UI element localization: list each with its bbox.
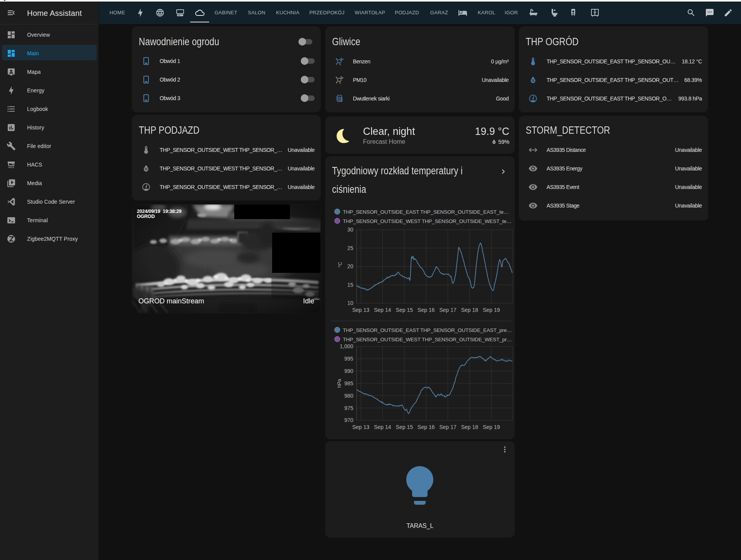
svg-text:°C: °C	[337, 262, 343, 268]
svg-text:20: 20	[347, 263, 353, 269]
svg-text:Sep 14: Sep 14	[374, 424, 392, 430]
svg-text:Sep 16: Sep 16	[417, 307, 435, 313]
svg-text:25: 25	[347, 245, 353, 251]
svg-text:Sep 16: Sep 16	[417, 424, 435, 430]
svg-text:Sep 13: Sep 13	[352, 307, 370, 313]
svg-text:Sep 14: Sep 14	[374, 307, 392, 313]
svg-text:Sep 18: Sep 18	[461, 307, 479, 313]
svg-text:Sep 15: Sep 15	[396, 307, 413, 313]
svg-text:975: 975	[344, 405, 354, 411]
svg-text:Sep 17: Sep 17	[439, 424, 457, 430]
svg-text:Sep 19: Sep 19	[483, 424, 500, 430]
svg-text:10: 10	[347, 300, 353, 306]
svg-text:Sep 19: Sep 19	[483, 307, 500, 313]
svg-text:1,000: 1,000	[340, 343, 353, 349]
svg-text:Sep 17: Sep 17	[439, 307, 457, 313]
svg-text:30: 30	[347, 226, 353, 233]
svg-text:Sep 15: Sep 15	[396, 424, 413, 430]
svg-text:15: 15	[347, 282, 353, 288]
svg-text:HACS: HACS	[8, 166, 14, 168]
svg-text:990: 990	[344, 368, 354, 374]
svg-text:985: 985	[344, 380, 354, 386]
svg-text:970: 970	[344, 417, 354, 423]
svg-text:Sep 18: Sep 18	[461, 424, 479, 430]
svg-text:Sep 13: Sep 13	[352, 424, 370, 430]
svg-text:995: 995	[344, 356, 354, 362]
svg-text:hPa: hPa	[336, 379, 342, 388]
svg-text:980: 980	[344, 393, 354, 399]
